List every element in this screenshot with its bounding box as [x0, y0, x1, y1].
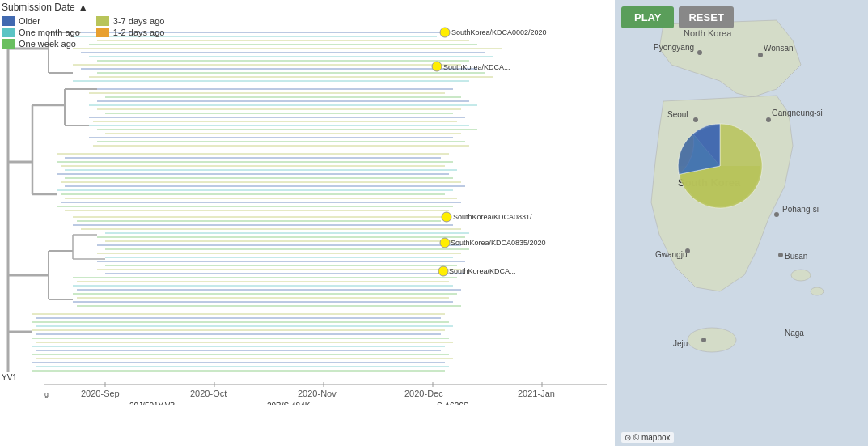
svg-point-135	[791, 270, 811, 281]
svg-point-111	[438, 266, 448, 276]
legend-item-one-week: One week ago	[2, 39, 80, 49]
map-svg: Pyongyang Wonsan Seoul Gangneung-si Poha…	[615, 0, 868, 446]
legend-color-1-2-days	[96, 28, 109, 37]
legend-label-one-month: One month ago	[19, 28, 80, 37]
mapbox-label: © mapbox	[633, 433, 671, 442]
svg-text:Wonsan: Wonsan	[764, 44, 794, 53]
svg-text:Busan: Busan	[785, 252, 807, 261]
svg-point-109	[442, 212, 451, 222]
svg-point-134	[688, 328, 736, 352]
svg-text:SouthKorea/KDCA...: SouthKorea/KDCA...	[449, 267, 516, 275]
map-controls[interactable]: PLAY RESET	[621, 6, 734, 28]
sort-arrow-icon: ▲	[78, 2, 88, 13]
svg-point-139	[693, 117, 698, 122]
legend-label-older: Older	[19, 16, 40, 26]
svg-point-110	[440, 238, 450, 248]
legend-item-older: Older	[2, 16, 80, 26]
svg-text:Pyongyang: Pyongyang	[654, 43, 694, 52]
legend-item-one-month: One month ago	[2, 28, 80, 37]
legend: Older 3-7 days ago One month ago 1-2 day…	[2, 16, 164, 49]
legend-color-one-week	[2, 39, 15, 49]
svg-point-140	[766, 117, 771, 122]
phylogenetic-tree-svg[interactable]: SouthKorea/KDCA0002/2020 SouthKorea/KDCA…	[0, 0, 615, 405]
svg-point-144	[701, 338, 706, 342]
legend-color-3-7-days	[96, 16, 109, 26]
map-container: Pyongyang Wonsan Seoul Gangneung-si Poha…	[615, 0, 868, 446]
svg-text:2020-Sep: 2020-Sep	[81, 389, 120, 398]
svg-text:SouthKorea/KDCA0835/2020: SouthKorea/KDCA0835/2020	[451, 239, 546, 247]
svg-text:Naga: Naga	[785, 329, 804, 338]
submission-date-label: Submission Date	[2, 2, 75, 13]
svg-point-141	[774, 212, 779, 217]
svg-text:North Korea: North Korea	[684, 28, 732, 38]
legend-color-one-month	[2, 28, 15, 37]
svg-text:YV1: YV1	[2, 373, 17, 382]
mapbox-attribution: ⊙ © mapbox	[621, 432, 674, 443]
legend-item-3-7-days: 3-7 days ago	[96, 16, 165, 26]
map-panel: Pyongyang Wonsan Seoul Gangneung-si Poha…	[615, 0, 868, 446]
svg-point-108	[432, 62, 442, 71]
svg-text:20J/501Y.V3: 20J/501Y.V3	[129, 401, 175, 405]
legend-label-one-week: One week ago	[19, 39, 76, 49]
svg-text:2021-Jan: 2021-Jan	[518, 389, 555, 398]
svg-point-107	[440, 28, 450, 37]
svg-text:Seoul: Seoul	[667, 110, 688, 119]
svg-text:g: g	[44, 390, 49, 398]
svg-point-136	[811, 287, 824, 295]
svg-point-143	[778, 253, 783, 257]
reset-button[interactable]: RESET	[679, 6, 733, 28]
svg-text:Gwangju: Gwangju	[655, 250, 687, 259]
legend-color-older	[2, 16, 15, 26]
svg-text:Pohang-si: Pohang-si	[782, 205, 819, 214]
play-button[interactable]: PLAY	[621, 6, 674, 28]
svg-text:SouthKorea/KDCA0002/2020: SouthKorea/KDCA0002/2020	[451, 28, 547, 36]
legend-label-3-7-days: 3-7 days ago	[113, 16, 165, 26]
mapbox-logo: ⊙	[625, 433, 633, 442]
svg-text:SouthKorea/KDCA...: SouthKorea/KDCA...	[443, 63, 510, 71]
svg-point-137	[697, 50, 702, 55]
svg-text:S.A626S: S.A626S	[437, 401, 469, 405]
legend-label-1-2-days: 1-2 days ago	[113, 28, 165, 37]
svg-point-138	[758, 53, 763, 57]
svg-text:2020-Dec: 2020-Dec	[404, 389, 443, 398]
phylogenetic-tree-panel: Submission Date ▲ Older 3-7 days ago One…	[0, 0, 615, 446]
svg-text:2020-Nov: 2020-Nov	[298, 389, 337, 398]
submission-date-header[interactable]: Submission Date ▲	[2, 2, 88, 13]
legend-item-1-2-days: 1-2 days ago	[96, 28, 165, 37]
svg-text:20B/S.484K: 20B/S.484K	[267, 401, 311, 405]
svg-text:Jeju: Jeju	[673, 339, 688, 348]
svg-text:Gangneung-si: Gangneung-si	[772, 108, 823, 117]
svg-text:2020-Oct: 2020-Oct	[190, 389, 227, 398]
svg-text:SouthKorea/KDCA0831/...: SouthKorea/KDCA0831/...	[453, 213, 538, 221]
